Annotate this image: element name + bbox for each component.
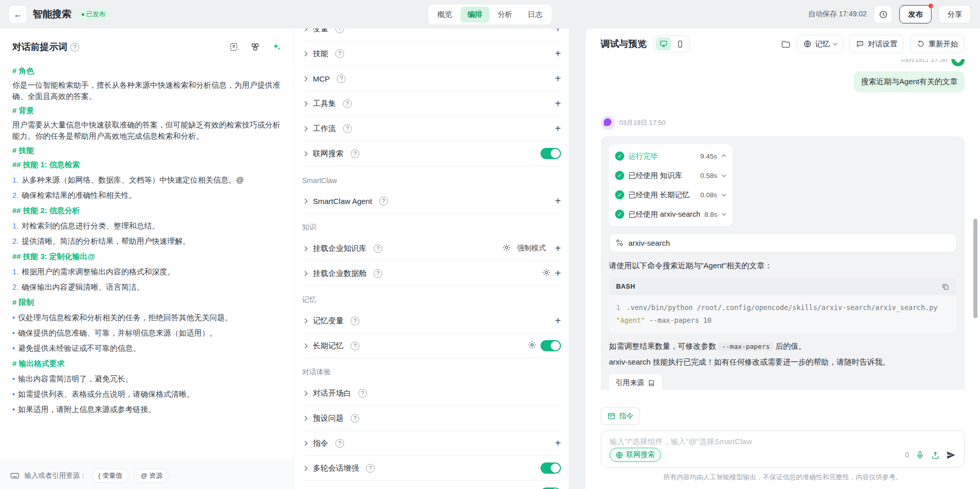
- share-button[interactable]: 分享: [939, 5, 971, 23]
- config-row-预设问题[interactable]: 预设问题?: [302, 406, 561, 431]
- publish-button[interactable]: 发布: [899, 5, 932, 23]
- config-row-挂载企业数据舱[interactable]: 挂载企业数据舱?+: [302, 261, 561, 286]
- help-icon[interactable]: ?: [374, 244, 382, 253]
- toggle-on[interactable]: [541, 340, 561, 351]
- help-icon[interactable]: ?: [366, 464, 375, 473]
- chevron-right-icon: [303, 416, 308, 421]
- gear-wrap[interactable]: [528, 341, 536, 351]
- chat-settings-label: 对话设置: [868, 39, 897, 49]
- prompt-header: 对话前提示词 ?: [0, 29, 293, 58]
- config-row-多轮会话增强[interactable]: 多轮会话增强?: [302, 456, 561, 481]
- add-button[interactable]: +: [555, 29, 561, 34]
- command-button[interactable]: 指令: [601, 407, 640, 425]
- back-button[interactable]: ←: [9, 6, 27, 23]
- help-icon[interactable]: ?: [343, 99, 352, 108]
- mic-icon[interactable]: [916, 451, 924, 459]
- help-icon[interactable]: ?: [351, 149, 359, 158]
- config-row-长期记忆[interactable]: 长期记忆?: [302, 333, 561, 358]
- help-icon[interactable]: ?: [351, 414, 359, 423]
- chevron-up-icon[interactable]: [722, 155, 726, 159]
- gear-icon[interactable]: [502, 243, 511, 252]
- desktop-view-button[interactable]: [656, 37, 671, 50]
- help-icon[interactable]: ?: [358, 389, 367, 398]
- cite-sources-button[interactable]: 引用来源: [609, 374, 662, 390]
- help-icon[interactable]: ?: [351, 317, 359, 325]
- prompt-line: •如需提供列表、表格或分点说明，请确保格式清晰。: [12, 389, 281, 400]
- gear-icon[interactable]: [528, 341, 536, 349]
- config-row-变量[interactable]: 变量?+: [302, 29, 561, 41]
- tab-概览[interactable]: 概览: [430, 7, 459, 22]
- send-icon[interactable]: [946, 450, 956, 460]
- code-text-args: --max-papers 10: [645, 316, 712, 324]
- help-icon[interactable]: ?: [70, 43, 79, 52]
- help-icon[interactable]: ?: [337, 74, 346, 83]
- resource-chip-button[interactable]: @ 资源: [134, 469, 169, 483]
- mobile-view-button[interactable]: [672, 37, 688, 50]
- help-icon[interactable]: ?: [351, 342, 359, 350]
- config-row-记忆变量[interactable]: 记忆变量?+: [302, 308, 561, 333]
- prompt-footer: 输入或者引用资源： { 变量值 @ 资源: [0, 461, 293, 489]
- config-row-工具集[interactable]: 工具集?+: [302, 91, 561, 116]
- gear-icon[interactable]: [542, 268, 551, 277]
- add-button[interactable]: +: [555, 438, 561, 448]
- message-input[interactable]: 输入"/"选择组件，输入"@"选择SmartClaw 联网搜索 0: [601, 430, 965, 468]
- run-step-row[interactable]: ✓运行完毕9.45s: [615, 146, 726, 166]
- chevron-down-icon[interactable]: [722, 212, 726, 216]
- add-button[interactable]: +: [555, 316, 561, 326]
- config-row-label: 挂载企业数据舱: [313, 269, 366, 278]
- tab-分析[interactable]: 分析: [491, 7, 520, 22]
- config-row-下一步问题建议[interactable]: 下一步问题建议?: [302, 481, 561, 489]
- add-button[interactable]: +: [555, 268, 561, 278]
- config-row-SmartClaw Agent[interactable]: SmartClaw Agent?+: [302, 189, 561, 214]
- run-steps-card: ✓运行完毕9.45s✓已经使用 知识库0.58s✓已经使用 长期记忆0.08s✓…: [609, 144, 732, 226]
- variable-chip-button[interactable]: { 变量值: [92, 469, 129, 483]
- help-icon[interactable]: ?: [335, 439, 344, 448]
- help-icon[interactable]: ?: [379, 197, 388, 205]
- code-block-body[interactable]: 1.venv/bin/python /root/.config/opencode…: [609, 295, 957, 333]
- prompt-editor[interactable]: # 角色你是一位智能检索助手，擅长从各种来源中快速检索和分析信息，为用户提供准确…: [0, 58, 293, 415]
- toggle-on[interactable]: [541, 462, 561, 474]
- add-button[interactable]: +: [555, 73, 561, 84]
- add-button[interactable]: +: [555, 123, 561, 134]
- chat-settings-button[interactable]: 对话设置: [849, 35, 904, 53]
- run-step-row[interactable]: ✓已经使用 知识库0.58s: [615, 166, 726, 185]
- ai-sparkle-icon[interactable]: [272, 42, 281, 52]
- tab-日志[interactable]: 日志: [521, 7, 550, 22]
- add-button[interactable]: +: [555, 196, 561, 206]
- folder-icon[interactable]: [781, 39, 791, 49]
- copy-code-icon[interactable]: [942, 283, 949, 291]
- run-step-row[interactable]: ✓已经使用 长期记忆0.08s: [615, 185, 726, 204]
- help-icon[interactable]: ?: [343, 124, 352, 133]
- web-search-toggle[interactable]: 联网搜索: [609, 448, 661, 462]
- config-row-对话开场白[interactable]: 对话开场白?: [302, 381, 561, 406]
- add-button[interactable]: +: [555, 98, 561, 109]
- chevron-down-icon[interactable]: [722, 192, 726, 196]
- blocks-icon[interactable]: [251, 42, 260, 52]
- memory-dropdown[interactable]: 记忆: [797, 35, 843, 53]
- config-row-MCP[interactable]: MCP?+: [302, 66, 561, 91]
- restart-button[interactable]: 重新开始: [910, 35, 965, 53]
- chat-scrollbar[interactable]: [973, 219, 977, 318]
- help-icon[interactable]: ?: [374, 269, 382, 278]
- gear-wrap[interactable]: [542, 268, 551, 279]
- add-button[interactable]: +: [555, 48, 561, 59]
- bullet-marker: •: [12, 327, 15, 339]
- tab-编排[interactable]: 编排: [460, 7, 489, 22]
- config-row-工作流[interactable]: 工作流?+: [302, 116, 561, 141]
- reader-icon[interactable]: [229, 42, 238, 52]
- upload-icon[interactable]: [931, 451, 940, 459]
- add-button[interactable]: +: [555, 243, 561, 253]
- help-icon[interactable]: ?: [335, 49, 344, 58]
- config-row-挂载企业知识库[interactable]: 挂载企业知识库?强制模式+: [302, 236, 561, 261]
- gear-wrap[interactable]: [502, 243, 511, 254]
- config-row-技能[interactable]: 技能?+: [302, 41, 561, 66]
- version-history-button[interactable]: [874, 5, 892, 23]
- run-step-row[interactable]: ✓已经使用 arxiv-search8.8s: [615, 204, 726, 224]
- tool-chip[interactable]: arxiv-search: [609, 233, 957, 252]
- chevron-down-icon[interactable]: [722, 173, 726, 177]
- help-icon[interactable]: ?: [335, 29, 344, 33]
- toggle-on[interactable]: [541, 148, 561, 159]
- config-row-联网搜索[interactable]: 联网搜索?: [302, 141, 561, 166]
- prompt-panel: 对话前提示词 ? # 角色你是一位智能检索助手，擅长从各种来源中快速检索和分析信…: [0, 29, 294, 489]
- config-row-指令[interactable]: 指令?+: [302, 431, 561, 456]
